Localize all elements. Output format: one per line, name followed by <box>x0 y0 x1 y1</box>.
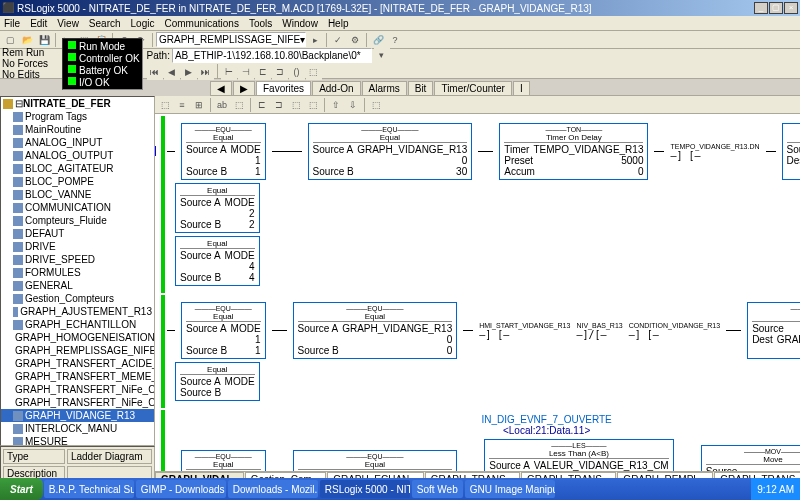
tree-item[interactable]: FORMULES <box>1 266 154 279</box>
task-item-active[interactable]: RSLogix 5000 - NITRA... <box>320 480 410 498</box>
build-button[interactable]: ⚙ <box>347 32 363 48</box>
menu-help[interactable]: Help <box>328 18 349 29</box>
tree-root[interactable]: NITRATE_DE_FER <box>23 98 111 109</box>
equ-block[interactable]: ———EQU——— Equal Source AMODE 1 Source B1 <box>181 123 266 180</box>
lt-8[interactable]: ⬚ <box>288 97 304 113</box>
equ-block[interactable]: ———EQU——— Equal Source AMODE Source B1 <box>181 450 266 471</box>
tree-item[interactable]: GRAPH_TRANSFERT_NiFe_C11 <box>1 396 154 409</box>
menu-search[interactable]: Search <box>89 18 121 29</box>
equ-block[interactable]: Equal Source AMODE 4 Source B4 <box>175 236 260 286</box>
help-button[interactable]: ? <box>387 32 403 48</box>
tree-item[interactable]: GRAPH_REMPLISSAGE_NIFE <box>1 344 154 357</box>
equ-block[interactable]: ———EQU——— Equal Source AMODE 1 Source B1 <box>181 302 266 359</box>
tree-item[interactable]: GRAPH_AJUSTEMENT_R13 <box>1 305 154 318</box>
xic-contact[interactable]: NIV_BAS_R13—]/[— <box>576 322 622 340</box>
lt-12[interactable]: ⬚ <box>368 97 384 113</box>
tree-item[interactable]: GRAPH_TRANSFERT_NiFe_C11 <box>1 383 154 396</box>
tree-item[interactable]: GRAPH_TRANSFERT_MEME_DE <box>1 370 154 383</box>
task-item[interactable]: GIMP - Downloads <box>136 480 226 498</box>
task-item[interactable]: B.R.P. Technical Support... <box>44 480 134 498</box>
start-button[interactable]: Start <box>0 478 43 500</box>
controller-tree[interactable]: ⊟ NITRATE_DE_FER Program TagsMainRoutine… <box>0 96 155 446</box>
tree-item[interactable]: Compteurs_Fluide <box>1 214 154 227</box>
go-button[interactable]: ▸ <box>307 32 323 48</box>
les-block[interactable]: ———LES——— Less Than (A<B) Source AVALEUR… <box>484 439 673 471</box>
tab-nav-left[interactable]: ◀ <box>210 81 232 95</box>
rung-elem-3[interactable]: ⊏ <box>255 64 271 80</box>
lt-5[interactable]: ⬚ <box>231 97 247 113</box>
lt-4[interactable]: ab <box>214 97 230 113</box>
rung-elem-5[interactable]: () <box>289 64 305 80</box>
routine-combo[interactable]: GRAPH_REMPLISSAGE_NIFE▾ <box>156 32 306 47</box>
rung-3[interactable]: 3 IN_DIG_EVNF_7_OUVERTE<Local:21:Data.11… <box>161 410 800 471</box>
equ-block[interactable]: Equal Source AMODE Source B <box>175 362 260 401</box>
ton-block[interactable]: ———TON——— Timer On Delay TimerTEMPO_VIDA… <box>499 123 648 180</box>
rung-elem-1[interactable]: ⊢ <box>221 64 237 80</box>
tree-item[interactable]: GRAPH_HOMOGENEISATION_C <box>1 331 154 344</box>
equ-block[interactable]: ———EQU——— Equal Source AGRAPH_VIDANGE_R1… <box>308 123 473 180</box>
lt-9[interactable]: ⬚ <box>305 97 321 113</box>
lt-10[interactable]: ⇧ <box>328 97 344 113</box>
minimize-button[interactable]: _ <box>754 2 768 14</box>
menu-edit[interactable]: Edit <box>30 18 47 29</box>
tree-item[interactable]: GRAPH_ECHANTILLON <box>1 318 154 331</box>
rung-elem-6[interactable]: ⬚ <box>306 64 322 80</box>
tab-i[interactable]: I <box>513 81 530 95</box>
nav-next[interactable]: ▶ <box>181 64 197 80</box>
browse-path-button[interactable]: ▾ <box>374 47 390 63</box>
tree-item[interactable]: ANALOG_OUTPUT <box>1 149 154 162</box>
rung-elem-2[interactable]: ⊣ <box>238 64 254 80</box>
lt-7[interactable]: ⊐ <box>271 97 287 113</box>
tree-item[interactable]: Gestion_Compteurs <box>1 292 154 305</box>
rung-1[interactable]: 1 ———EQU——— Equal Source AMODE 1 Source … <box>161 116 800 293</box>
tree-item[interactable]: Program Tags <box>1 110 154 123</box>
tree-item[interactable]: GRAPH_VIDANGE_R13 <box>1 409 154 422</box>
lt-11[interactable]: ⇩ <box>345 97 361 113</box>
nav-first[interactable]: ⏮ <box>147 64 163 80</box>
lt-1[interactable]: ⬚ <box>157 97 173 113</box>
task-item[interactable]: Soft Web <box>412 480 463 498</box>
verify-button[interactable]: ✓ <box>330 32 346 48</box>
rung-2[interactable]: 2 ———EQU——— Equal Source AMODE 1 Source … <box>161 295 800 408</box>
xic-contact[interactable]: CONDITION_VIDANGE_R13—] [— <box>629 322 720 340</box>
xic-contact[interactable]: TEMPO_VIDANGE_R13.DN —] [— <box>670 143 759 161</box>
tab-bit[interactable]: Bit <box>408 81 434 95</box>
menu-view[interactable]: View <box>57 18 79 29</box>
menu-file[interactable]: File <box>4 18 20 29</box>
tree-item[interactable]: INTERLOCK_MANU <box>1 422 154 435</box>
task-item[interactable]: GNU Image Manipulation P... <box>465 480 555 498</box>
equ-block[interactable]: ———EQU——— Equal Source AGRAPH_VIDANGE_R1… <box>293 450 458 471</box>
tab-timer[interactable]: Timer/Counter <box>434 81 512 95</box>
nav-last[interactable]: ⏭ <box>198 64 214 80</box>
tree-item[interactable]: DRIVE_SPEED <box>1 253 154 266</box>
tab-favorites[interactable]: Favorites <box>256 81 311 95</box>
save-button[interactable]: 💾 <box>36 32 52 48</box>
ladder-editor[interactable]: 1 ———EQU——— Equal Source AMODE 1 Source … <box>155 114 800 471</box>
menu-tools[interactable]: Tools <box>249 18 272 29</box>
lt-2[interactable]: ≡ <box>174 97 190 113</box>
menu-communications[interactable]: Communications <box>164 18 238 29</box>
tree-item[interactable]: DRIVE <box>1 240 154 253</box>
open-button[interactable]: 📂 <box>19 32 35 48</box>
maximize-button[interactable]: ▢ <box>769 2 783 14</box>
tree-item[interactable]: BLOC_AGITATEUR <box>1 162 154 175</box>
lt-3[interactable]: ⊞ <box>191 97 207 113</box>
tree-item[interactable]: GRAPH_TRANSFERT_ACIDE_EA <box>1 357 154 370</box>
mov-block[interactable]: ———MOV——— Move Source0 DestGRAPH_VIDANGE… <box>782 123 800 180</box>
menu-logic[interactable]: Logic <box>131 18 155 29</box>
tree-item[interactable]: DEFAUT <box>1 227 154 240</box>
tree-item[interactable]: GENERAL <box>1 279 154 292</box>
tab-addon[interactable]: Add-On <box>312 81 360 95</box>
rung-elem-4[interactable]: ⊐ <box>272 64 288 80</box>
tree-item[interactable]: BLOC_POMPE <box>1 175 154 188</box>
equ-block[interactable]: Equal Source AMODE 2 Source B2 <box>175 183 260 233</box>
task-item[interactable]: Downloads - Mozil... <box>228 480 318 498</box>
close-button[interactable]: × <box>784 2 798 14</box>
tab-nav-right[interactable]: ▶ <box>233 81 255 95</box>
path-combo[interactable]: AB_ETHIP-1\192.168.10.80\Backplane\0* <box>172 48 372 63</box>
mov-block[interactable]: ———MOV——— Move Source10 DestGRAPH_VIDANG… <box>747 302 800 359</box>
lt-6[interactable]: ⊏ <box>254 97 270 113</box>
equ-block[interactable]: ———EQU——— Equal Source AGRAPH_VIDANGE_R1… <box>293 302 458 359</box>
online-button[interactable]: 🔗 <box>370 32 386 48</box>
menu-window[interactable]: Window <box>282 18 318 29</box>
